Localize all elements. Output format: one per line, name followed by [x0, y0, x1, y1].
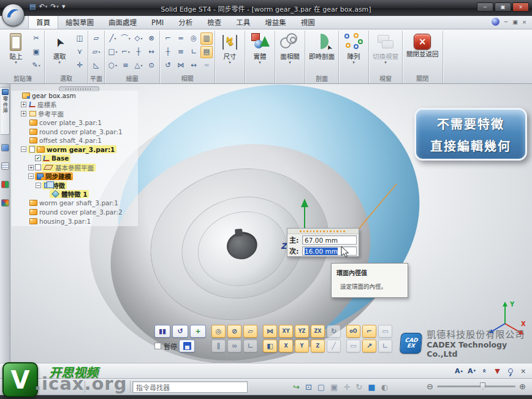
- tree-item[interactable]: Base: [42, 154, 70, 162]
- pause-checkbox[interactable]: [154, 343, 161, 349]
- zoom-tool-icon[interactable]: ▣: [330, 383, 338, 391]
- extra-btn-0-0[interactable]: oO: [346, 325, 360, 338]
- help-icon[interactable]: [492, 18, 500, 26]
- maximize-button[interactable]: ▣: [495, 2, 511, 12]
- tab-analysis[interactable]: 分析: [171, 15, 200, 29]
- relate-tool-5[interactable]: ⋈: [175, 59, 187, 72]
- view-settings-button[interactable]: ▤: [29, 2, 36, 10]
- plane-tool-2[interactable]: ◺: [90, 59, 102, 72]
- major-dimension-input[interactable]: 67.00 mm: [302, 235, 357, 245]
- edgebar-tab-parts-library[interactable]: 零件庫: [1, 87, 10, 135]
- draw-tool-8[interactable]: △▾: [132, 59, 145, 72]
- relations-btn-1-1[interactable]: ∞: [227, 340, 241, 352]
- select-tool-2[interactable]: ✛: [74, 59, 86, 72]
- relate-tool-6[interactable]: ◎: [188, 32, 200, 45]
- tree-item[interactable]: 特徵: [42, 181, 67, 189]
- select-tool-0[interactable]: ◫: [74, 32, 86, 45]
- relations-btn-0-2[interactable]: ▱: [243, 325, 257, 338]
- draw-tool-3[interactable]: ⌒▾: [120, 32, 132, 45]
- extra-btn-1-0[interactable]: ▭: [346, 340, 360, 352]
- tree-item[interactable]: cover plate_3.par:1: [28, 119, 104, 127]
- tree-item[interactable]: 同步建模: [35, 172, 73, 180]
- font-increase-button[interactable]: A▴: [454, 366, 464, 376]
- symmetry-btn-1-4[interactable]: ╱: [327, 340, 341, 352]
- relate-tool-2[interactable]: ↺: [162, 59, 174, 72]
- layers-icon[interactable]: [1, 162, 9, 170]
- dimension-button[interactable]: ↯尺寸▾: [217, 31, 243, 73]
- symmetry-btn-0-3[interactable]: ZX: [311, 325, 325, 338]
- tree-item[interactable]: 座標系: [28, 101, 59, 108]
- select-button[interactable]: ➤選取▾: [47, 31, 72, 73]
- relate-tool-7[interactable]: ∟: [188, 46, 200, 58]
- tree-item[interactable]: gear box.asm: [20, 92, 78, 100]
- view-styles-icon[interactable]: ◐: [381, 383, 388, 391]
- extra-btn-1-1[interactable]: ↗: [362, 340, 376, 352]
- solids-button[interactable]: 實體▾: [247, 31, 273, 73]
- doc-restore-button[interactable]: ▣: [511, 19, 519, 25]
- draw-tool-11[interactable]: ⊙: [145, 59, 158, 72]
- extra-btn-0-2[interactable]: ▭: [378, 325, 392, 338]
- tree-item[interactable]: worm gear_3.par:1: [28, 145, 116, 153]
- pin-prompt-button[interactable]: [505, 366, 515, 376]
- draw-tool-5[interactable]: ≡: [120, 59, 132, 72]
- draw-tool-10[interactable]: ↔: [145, 46, 158, 58]
- collapse-prompt-button[interactable]: «: [480, 366, 490, 376]
- undo-step-button[interactable]: ↺: [172, 325, 188, 338]
- tab-pmi[interactable]: PMI: [144, 17, 171, 29]
- tree-item[interactable]: 參考平面: [28, 110, 66, 118]
- switch-window-button[interactable]: 切換視窗▾: [371, 31, 400, 73]
- select-tool-1[interactable]: ⋎: [74, 46, 86, 58]
- clipboard-tool-0[interactable]: ✂: [30, 32, 42, 45]
- tab-home[interactable]: 首頁: [28, 15, 58, 29]
- close-button[interactable]: ×: [512, 2, 529, 12]
- fit-icon[interactable]: ⊡: [305, 383, 312, 391]
- tree-item[interactable]: 基本參照平面: [42, 164, 96, 172]
- save-button[interactable]: [179, 340, 195, 352]
- rotate-icon[interactable]: ↻: [355, 383, 362, 391]
- relations-btn-1-0[interactable]: ∥: [211, 340, 226, 352]
- tab-sketch[interactable]: 繪製草圖: [58, 15, 101, 29]
- close-return-button[interactable]: ×關閉並返回: [405, 31, 441, 73]
- paste-button[interactable]: 貼上▾: [3, 31, 29, 73]
- symmetry-btn-0-1[interactable]: XY: [279, 325, 293, 338]
- pause-button[interactable]: ▮▮: [154, 325, 170, 338]
- expand-icon[interactable]: +: [21, 102, 26, 107]
- doc-minimize-button[interactable]: ─: [502, 19, 510, 25]
- extra-btn-0-1[interactable]: ⌐: [362, 325, 376, 338]
- new-capture-button[interactable]: +: [190, 325, 206, 338]
- close-prompt-button[interactable]: ×: [518, 366, 528, 376]
- sensors-icon[interactable]: [1, 181, 9, 188]
- relate-tool-10[interactable]: ▤: [200, 46, 213, 58]
- redo-button[interactable]: ↷▾: [50, 2, 59, 10]
- symmetry-btn-0-2[interactable]: YZ: [295, 325, 309, 338]
- family-of-parts-icon[interactable]: [1, 144, 9, 151]
- pattern-button[interactable]: 陣列▾: [341, 31, 367, 73]
- tab-view[interactable]: 視圖: [294, 15, 322, 29]
- plane-tool-0[interactable]: ▱: [90, 32, 102, 45]
- symmetry-btn-1-1[interactable]: X: [279, 340, 293, 352]
- tree-item[interactable]: housing_3.par:1: [28, 217, 93, 225]
- symmetry-btn-0-4[interactable]: ↻: [327, 325, 341, 338]
- command-finder-input[interactable]: [132, 381, 248, 393]
- symmetry-btn-0-0[interactable]: ⋈: [263, 325, 277, 338]
- draw-tool-6[interactable]: ◇▾: [132, 32, 145, 45]
- tree-item[interactable]: 體特徵 1: [50, 190, 89, 198]
- draw-tool-1[interactable]: □▾: [107, 46, 119, 58]
- tree-item[interactable]: round cover plate_3.par:1: [28, 127, 124, 135]
- relate-tool-8[interactable]: ↔: [188, 59, 200, 72]
- tab-inspect[interactable]: 檢查: [200, 15, 229, 29]
- relate-tool-9[interactable]: ▥: [200, 32, 213, 45]
- draw-tool-0[interactable]: ╱▾: [107, 32, 119, 45]
- collapse-icon[interactable]: −: [36, 183, 41, 188]
- tab-surfacing[interactable]: 曲面處理: [101, 15, 144, 29]
- dimension-box-handle[interactable]: [287, 229, 359, 234]
- doc-close-button[interactable]: ×: [520, 19, 528, 25]
- relate-tool-0[interactable]: ⌐: [162, 32, 174, 45]
- collapse-icon[interactable]: −: [21, 146, 26, 152]
- relate-tool-1[interactable]: ┼: [162, 46, 174, 58]
- zoom-in-icon[interactable]: ⊕: [519, 382, 526, 391]
- tree-item[interactable]: worm gear shaft_3.par:1: [28, 199, 120, 207]
- draw-tool-2[interactable]: ○▾: [107, 59, 119, 72]
- tab-tools[interactable]: 工具: [229, 15, 257, 29]
- relate-tool-11[interactable]: ≈: [200, 59, 213, 72]
